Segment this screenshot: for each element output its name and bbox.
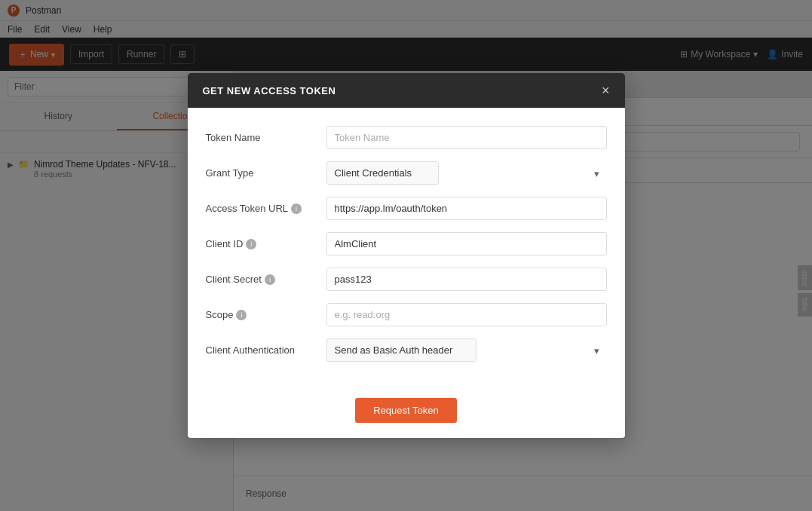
- scope-row: Scope i: [206, 303, 607, 326]
- scope-label: Scope i: [206, 309, 326, 320]
- access-token-url-row: Access Token URL i: [206, 197, 607, 220]
- access-token-url-input[interactable]: [326, 197, 607, 220]
- token-name-label: Token Name: [206, 132, 326, 143]
- modal-title: GET NEW ACCESS TOKEN: [203, 85, 336, 96]
- request-token-button[interactable]: Request Token: [355, 398, 457, 423]
- token-name-input[interactable]: [326, 126, 607, 149]
- modal-overlay[interactable]: GET NEW ACCESS TOKEN × Token Name Grant …: [0, 0, 812, 511]
- client-auth-select-wrapper: Send as Basic Auth header Send client cr…: [326, 338, 607, 362]
- client-id-input[interactable]: [326, 232, 607, 256]
- modal-body: Token Name Grant Type Client Credentials…: [188, 108, 625, 389]
- client-secret-label: Client Secret i: [206, 274, 326, 285]
- scope-info-icon[interactable]: i: [236, 310, 247, 320]
- client-auth-row: Client Authentication Send as Basic Auth…: [206, 338, 607, 362]
- client-secret-input[interactable]: [326, 268, 607, 291]
- client-secret-row: Client Secret i: [206, 268, 607, 291]
- client-secret-info-icon[interactable]: i: [265, 274, 275, 285]
- client-auth-label: Client Authentication: [206, 344, 326, 356]
- modal-close-button[interactable]: ×: [602, 84, 610, 97]
- grant-type-label: Grant Type: [206, 167, 326, 179]
- modal-dialog: GET NEW ACCESS TOKEN × Token Name Grant …: [188, 73, 625, 438]
- token-name-row: Token Name: [206, 126, 607, 149]
- modal-footer: Request Token: [188, 389, 625, 438]
- grant-type-select[interactable]: Client Credentials Authorization Code Im…: [326, 161, 439, 185]
- modal-header: GET NEW ACCESS TOKEN ×: [188, 73, 625, 108]
- client-id-row: Client ID i: [206, 232, 607, 256]
- scope-input[interactable]: [326, 303, 607, 326]
- access-token-url-label: Access Token URL i: [206, 203, 326, 214]
- client-auth-select[interactable]: Send as Basic Auth header Send client cr…: [326, 338, 476, 362]
- grant-type-row: Grant Type Client Credentials Authorizat…: [206, 161, 607, 185]
- grant-type-select-wrapper: Client Credentials Authorization Code Im…: [326, 161, 607, 185]
- access-token-url-info-icon[interactable]: i: [291, 203, 302, 214]
- client-id-label: Client ID i: [206, 238, 326, 249]
- client-id-info-icon[interactable]: i: [246, 239, 256, 249]
